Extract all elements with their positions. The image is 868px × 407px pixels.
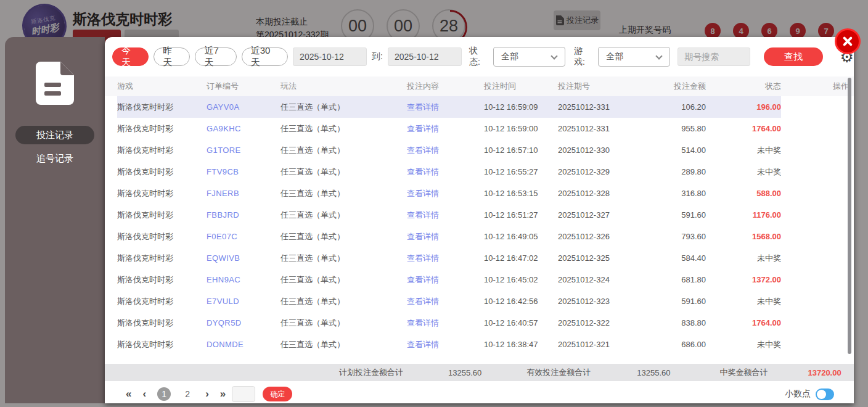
order-code-link[interactable]: DYQR5D bbox=[207, 318, 242, 327]
view-details-link[interactable]: 查看详情 bbox=[407, 296, 439, 307]
cell-period: 20251012-324 bbox=[558, 269, 653, 290]
view-details-link[interactable]: 查看详情 bbox=[407, 318, 439, 329]
page-button-1[interactable]: 1 bbox=[157, 387, 171, 401]
search-button[interactable]: 查找 bbox=[764, 47, 822, 66]
cell-bet-content: 查看详情 bbox=[407, 96, 484, 118]
view-details-link[interactable]: 查看详情 bbox=[407, 123, 439, 134]
table-row[interactable]: 斯洛伐克时时彩 FBBJRD 任三直选（单式） 查看详情 10-12 16:51… bbox=[105, 204, 854, 226]
confirm-page-button[interactable]: 确定 bbox=[263, 387, 292, 401]
cell-game: 斯洛伐克时时彩 bbox=[117, 183, 207, 204]
date-to-input[interactable] bbox=[388, 47, 462, 66]
table-row[interactable]: 斯洛伐克时时彩 EHN9AC 任三直选（单式） 查看详情 10-12 16:45… bbox=[105, 269, 854, 290]
sidebar-item-bet-records[interactable]: 投注记录 bbox=[15, 126, 94, 144]
cell-bet-content: 查看详情 bbox=[407, 269, 484, 290]
order-code-link[interactable]: GAYV0A bbox=[207, 102, 239, 112]
cell-action bbox=[781, 204, 849, 226]
table-row[interactable]: 斯洛伐克时时彩 G1TORE 任三直选（单式） 查看详情 10-12 16:57… bbox=[105, 139, 854, 161]
order-code-link[interactable]: G1TORE bbox=[207, 146, 241, 155]
filter-bar: 今天 昨天 近7天 近30天 到: 状态: 全部 游戏: 全部 查找 ⚙ bbox=[105, 37, 854, 74]
order-code-link[interactable]: F0E07C bbox=[207, 232, 237, 241]
cell-bet-content: 查看详情 bbox=[407, 247, 484, 269]
status-select[interactable]: 全部 bbox=[493, 47, 565, 67]
decimal-toggle[interactable] bbox=[816, 388, 834, 400]
order-code-link[interactable]: EHN9AC bbox=[207, 275, 240, 284]
col-header-game: 游戏 bbox=[117, 81, 207, 92]
valid-total-value: 13255.60 bbox=[637, 368, 670, 377]
view-details-link[interactable]: 查看详情 bbox=[407, 231, 439, 242]
status-value: 1568.00 bbox=[752, 232, 781, 241]
cell-game: 斯洛伐克时时彩 bbox=[117, 269, 207, 290]
cell-amount: 793.60 bbox=[653, 226, 706, 247]
table-scrollbar[interactable] bbox=[848, 78, 851, 354]
period-search-input[interactable] bbox=[678, 47, 750, 66]
cell-status: 1372.00 bbox=[706, 269, 781, 290]
last-page-button[interactable]: » bbox=[220, 388, 226, 400]
prev-page-button[interactable]: ‹ bbox=[142, 388, 146, 400]
table-row[interactable]: 斯洛伐克时时彩 EQWIVB 任三直选（单式） 查看详情 10-12 16:47… bbox=[105, 247, 854, 269]
cell-period: 20251012-328 bbox=[558, 183, 653, 204]
view-details-link[interactable]: 查看详情 bbox=[407, 102, 439, 113]
cell-status: 196.00 bbox=[706, 96, 781, 118]
order-code-link[interactable]: GA9KHC bbox=[207, 124, 241, 133]
table-row[interactable]: 斯洛伐克时时彩 GA9KHC 任三直选（单式） 查看详情 10-12 16:59… bbox=[105, 118, 854, 139]
page-list: 12 bbox=[157, 387, 194, 401]
date-to-label: 到: bbox=[372, 51, 383, 62]
sidebar-item-chase-records[interactable]: 追号记录 bbox=[15, 149, 94, 168]
range-button-7days[interactable]: 近7天 bbox=[195, 47, 236, 66]
decimal-toggle-group: 小数点 bbox=[785, 388, 834, 400]
order-code-link[interactable]: E7VULD bbox=[207, 297, 239, 306]
table-row[interactable]: 斯洛伐克时时彩 GAYV0A 任三直选（单式） 查看详情 10-12 16:59… bbox=[105, 96, 854, 118]
cell-game: 斯洛伐克时时彩 bbox=[117, 247, 207, 269]
order-code-link[interactable]: EQWIVB bbox=[207, 253, 240, 263]
cell-play-type: 任三直选（单式） bbox=[280, 118, 407, 139]
game-select[interactable]: 全部 bbox=[598, 47, 670, 67]
col-header-action: 操作 bbox=[781, 81, 849, 92]
view-details-link[interactable]: 查看详情 bbox=[407, 145, 439, 156]
view-details-link[interactable]: 查看详情 bbox=[407, 166, 439, 178]
view-details-link[interactable]: 查看详情 bbox=[407, 339, 439, 350]
table-row[interactable]: 斯洛伐克时时彩 FTV9CB 任三直选（单式） 查看详情 10-12 16:55… bbox=[105, 161, 854, 183]
status-value: 未中奖 bbox=[757, 339, 781, 350]
cell-order: FTV9CB bbox=[207, 161, 280, 183]
range-button-yesterday[interactable]: 昨天 bbox=[154, 47, 190, 66]
cell-amount: 106.20 bbox=[653, 96, 706, 118]
cell-bet-time: 10-12 16:51:27 bbox=[484, 204, 558, 226]
cell-game: 斯洛伐克时时彩 bbox=[117, 290, 207, 312]
page-jump-input[interactable] bbox=[232, 386, 255, 402]
view-details-link[interactable]: 查看详情 bbox=[407, 210, 439, 221]
status-select-value: 全部 bbox=[501, 51, 518, 62]
table-row[interactable]: 斯洛伐克时时彩 FJNERB 任三直选（单式） 查看详情 10-12 16:53… bbox=[105, 183, 854, 204]
range-button-30days[interactable]: 近30天 bbox=[242, 47, 288, 66]
totals-bar: 计划投注金额合计 13255.60 有效投注金额合计 13255.60 中奖金额… bbox=[105, 364, 854, 381]
cell-play-type: 任三直选（单式） bbox=[280, 204, 407, 226]
cell-action bbox=[781, 118, 849, 139]
date-from-input[interactable] bbox=[293, 47, 367, 66]
view-details-link[interactable]: 查看详情 bbox=[407, 253, 439, 264]
range-button-today[interactable]: 今天 bbox=[112, 47, 149, 66]
table-row[interactable]: 斯洛伐克时时彩 F0E07C 任三直选（单式） 查看详情 10-12 16:49… bbox=[105, 226, 854, 247]
cell-period: 20251012-325 bbox=[558, 247, 653, 269]
table-row[interactable]: 斯洛伐克时时彩 DYQR5D 任三直选（单式） 查看详情 10-12 16:40… bbox=[105, 312, 854, 334]
view-details-link[interactable]: 查看详情 bbox=[407, 274, 439, 286]
first-page-button[interactable]: « bbox=[126, 388, 131, 400]
cell-amount: 955.80 bbox=[653, 118, 706, 139]
order-code-link[interactable]: FTV9CB bbox=[207, 167, 239, 176]
table-row[interactable]: 斯洛伐克时时彩 DONMDE 任三直选（单式） 查看详情 10-12 16:38… bbox=[105, 334, 854, 355]
cell-order: DYQR5D bbox=[207, 312, 280, 334]
close-button[interactable] bbox=[835, 28, 861, 54]
cell-status: 1764.00 bbox=[706, 118, 781, 139]
cell-order: GAYV0A bbox=[207, 96, 280, 118]
cell-status: 未中奖 bbox=[706, 334, 781, 355]
page-button-2[interactable]: 2 bbox=[181, 387, 194, 401]
cell-order: EHN9AC bbox=[207, 269, 280, 290]
order-code-link[interactable]: DONMDE bbox=[207, 340, 244, 349]
chevron-down-icon bbox=[656, 52, 663, 59]
table-row[interactable]: 斯洛伐克时时彩 E7VULD 任三直选（单式） 查看详情 10-12 16:42… bbox=[105, 290, 854, 312]
view-details-link[interactable]: 查看详情 bbox=[407, 188, 439, 199]
cell-play-type: 任三直选（单式） bbox=[280, 226, 407, 247]
cell-amount: 591.60 bbox=[653, 204, 706, 226]
order-code-link[interactable]: FBBJRD bbox=[207, 210, 239, 220]
order-code-link[interactable]: FJNERB bbox=[207, 189, 239, 198]
cell-amount: 514.00 bbox=[653, 139, 706, 161]
next-page-button[interactable]: › bbox=[205, 388, 209, 400]
